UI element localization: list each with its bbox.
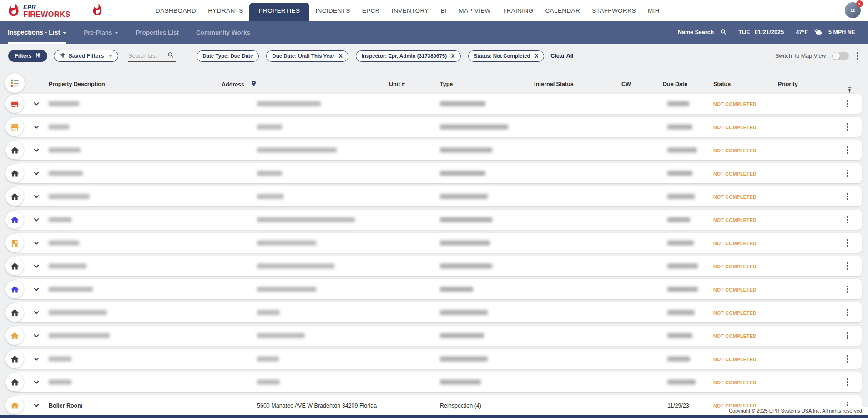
expand-chevron-icon[interactable] (33, 124, 40, 130)
name-search[interactable]: Name Search (678, 29, 727, 36)
status-legend-icon[interactable] (5, 73, 25, 93)
nav-item-inventory[interactable]: INVENTORY (386, 7, 435, 21)
remove-filter-icon[interactable]: X (451, 53, 455, 59)
map-view-toggle-label: Switch To Map View (775, 53, 826, 59)
type-redacted (440, 241, 490, 246)
remove-filter-icon[interactable]: X (535, 53, 539, 59)
table-row[interactable]: NOT COMPLETED (14, 326, 862, 346)
address: 5600 Manatee AVE W Bradenton 34209 Flori… (257, 401, 377, 409)
status-badge: NOT COMPLETED (713, 332, 757, 340)
table-row[interactable]: NOT COMPLETED (14, 372, 862, 392)
nav-item-incidents[interactable]: INCIDENTS (309, 7, 356, 21)
row-menu-icon[interactable] (845, 307, 850, 317)
expand-chevron-icon[interactable] (33, 309, 40, 316)
subnav-item-pre-plans[interactable]: Pre-Plans (84, 21, 118, 44)
row-menu-icon[interactable] (845, 191, 850, 201)
due-date-redacted (667, 148, 697, 153)
row-menu-icon[interactable] (845, 284, 850, 294)
remove-filter-icon[interactable]: X (339, 53, 343, 59)
row-menu-icon[interactable] (845, 354, 850, 364)
column-header-unit[interactable]: Unit # (389, 81, 405, 87)
filter-chip-due-date[interactable]: Due Date: Until This YearX (266, 50, 348, 62)
house-amber-icon (5, 327, 24, 345)
nav-item-training[interactable]: TRAINING (497, 7, 540, 21)
expand-chevron-icon[interactable] (33, 286, 40, 292)
clear-all-link[interactable]: Clear All (550, 53, 573, 59)
more-options-icon[interactable] (855, 51, 860, 61)
subnav-item-properties-list[interactable]: Properties List (136, 21, 179, 44)
table-row[interactable]: NOT COMPLETED (14, 94, 862, 114)
saved-filters-dropdown[interactable]: Saved Filters (54, 50, 119, 62)
expand-chevron-icon[interactable] (33, 402, 40, 408)
row-menu-icon[interactable] (845, 145, 850, 155)
row-menu-icon[interactable] (845, 122, 850, 132)
row-menu-icon[interactable] (845, 331, 850, 341)
row-menu-icon[interactable] (845, 261, 850, 271)
address-redacted (257, 287, 316, 292)
column-header-priority[interactable]: Priority (778, 81, 798, 87)
toggle-knob (833, 52, 840, 60)
table-row[interactable]: NOT COMPLETED (14, 117, 862, 137)
table-row[interactable]: NOT COMPLETED (14, 302, 862, 322)
column-header-internal-status[interactable]: Internal Status (534, 81, 574, 87)
column-header-property-description[interactable]: Property Description (49, 81, 105, 87)
subnav-item-inspections-list[interactable]: Inspections - List (8, 21, 66, 44)
house-gray-icon (5, 164, 24, 182)
filter-chip-status[interactable]: Status: Not CompletedX (468, 50, 545, 62)
nav-item-staffworks[interactable]: STAFFWORKS (586, 7, 642, 21)
row-menu-icon[interactable] (845, 238, 850, 248)
row-menu-icon[interactable] (845, 215, 850, 225)
expand-chevron-icon[interactable] (33, 101, 40, 107)
expand-chevron-icon[interactable] (33, 217, 40, 223)
subnav-left: Inspections - ListPre-PlansProperties Li… (8, 21, 250, 44)
expand-chevron-icon[interactable] (33, 332, 40, 339)
column-header-status[interactable]: Status (713, 81, 731, 87)
nav-item-map-view[interactable]: MAP VIEW (453, 7, 496, 21)
expand-chevron-icon[interactable] (33, 356, 40, 362)
filters-button[interactable]: Filters (8, 50, 47, 62)
search-icon[interactable] (167, 52, 174, 60)
expand-chevron-icon[interactable] (33, 170, 40, 176)
row-menu-icon[interactable] (845, 168, 850, 178)
filter-chip-inspector[interactable]: Inspector: Epr, Admin (317389675)X (356, 50, 461, 62)
nav-item-calendar[interactable]: CALENDAR (539, 7, 586, 21)
location-pin-icon[interactable] (251, 80, 257, 89)
filter-chip-date-type[interactable]: Date Type: Due Date (197, 50, 259, 62)
house-gray-icon (5, 141, 24, 159)
table-row[interactable]: NOT COMPLETED (14, 256, 862, 276)
row-menu-icon[interactable] (845, 99, 850, 109)
column-header-address[interactable]: Address (222, 80, 257, 89)
table-row[interactable]: NOT COMPLETED (14, 233, 862, 253)
expand-chevron-icon[interactable] (33, 240, 40, 246)
nav-item-bi[interactable]: BI (435, 7, 453, 21)
table-row[interactable]: NOT COMPLETED (14, 349, 862, 369)
table-row[interactable]: NOT COMPLETED (14, 163, 862, 183)
expand-chevron-icon[interactable] (33, 147, 40, 153)
map-view-toggle[interactable] (832, 52, 849, 60)
search-list-input[interactable] (128, 53, 165, 59)
subnav-item-community-works[interactable]: Community Works (196, 21, 250, 44)
table-row[interactable]: NOT COMPLETED (14, 140, 862, 160)
expand-chevron-icon[interactable] (33, 193, 40, 200)
column-header-due-date[interactable]: Due Date (663, 81, 687, 87)
table-row[interactable]: NOT COMPLETED (14, 186, 862, 206)
nav-item-mih[interactable]: MIH (642, 7, 666, 21)
nav-item-hydrants[interactable]: HYDRANTS (202, 7, 249, 21)
property-description-redacted (49, 101, 79, 106)
epr-fireworks-logo[interactable]: EPR FIREWORKS (6, 3, 71, 19)
type-redacted (440, 125, 508, 130)
nav-item-dashboard[interactable]: DASHBOARD (150, 7, 202, 21)
user-avatar[interactable]: 12 1 (845, 2, 861, 18)
due-date: 11/29/23 (667, 401, 689, 409)
row-menu-icon[interactable] (845, 377, 850, 387)
column-header-type[interactable]: Type (440, 81, 453, 87)
expand-chevron-icon[interactable] (33, 379, 40, 385)
column-header-cw[interactable]: CW (621, 81, 631, 87)
table-row[interactable]: NOT COMPLETED (14, 210, 862, 230)
table-row[interactable]: NOT COMPLETED (14, 279, 862, 299)
nav-item-properties[interactable]: PROPERTIES (249, 3, 310, 21)
nav-item-epcr[interactable]: EPCR (356, 7, 386, 21)
expand-chevron-icon[interactable] (33, 263, 40, 269)
weather: 47°F 5 MPH NE (796, 28, 855, 36)
type-redacted (440, 101, 485, 106)
